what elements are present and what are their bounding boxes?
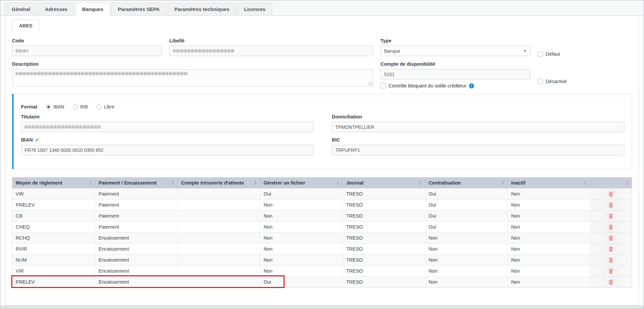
compte-input[interactable]: 5151 — [380, 69, 530, 79]
redacted-code-value — [16, 49, 28, 52]
table-cell: Oui — [425, 210, 508, 221]
column-header-label: Journal — [346, 180, 418, 186]
table-cell: Non — [508, 276, 590, 287]
description-textarea[interactable] — [12, 69, 373, 86]
format-option-rib[interactable]: RIB — [73, 104, 88, 109]
bank-tab-abes[interactable]: ABES — [12, 20, 39, 31]
delete-icon[interactable] — [609, 269, 613, 274]
desactive-checkbox[interactable] — [538, 79, 543, 84]
table-cell: Non — [260, 243, 343, 254]
column-header-inactif[interactable]: Inactif▲▼ — [508, 178, 590, 188]
libelle-input[interactable] — [169, 46, 373, 56]
table-row[interactable]: CBPaiementNonTRESOOuiNon — [12, 210, 632, 221]
column-header-label: Paiement / Encaissement — [99, 180, 170, 186]
controle-bloquant-checkbox[interactable] — [380, 83, 386, 88]
tab-licences[interactable]: Licences — [237, 3, 272, 16]
delete-cell — [590, 254, 632, 265]
bic-input[interactable]: TRPUFRP1 — [332, 145, 624, 155]
table-cell: Non — [508, 188, 590, 199]
table-cell: CHEQ — [12, 221, 95, 232]
payment-table-head: Moyen de règlement▲▼Paiement / Encaissem… — [12, 178, 632, 188]
table-cell: Non — [260, 265, 343, 276]
delete-icon[interactable] — [609, 225, 613, 230]
tab-param-tres-techniques[interactable]: Paramètres techniques — [168, 3, 236, 16]
delete-icon[interactable] — [609, 258, 613, 263]
table-row[interactable]: PRELEVPaiementNonTRESOOuiNon — [12, 199, 632, 210]
sort-icon: ▲▼ — [336, 181, 339, 185]
rib-grid: Titulaire IBAN ✔ FR76 1007 1340 0 — [21, 114, 624, 160]
delete-icon[interactable] — [609, 192, 613, 197]
radio-icon — [46, 104, 51, 109]
libelle-label: Libellé — [169, 38, 373, 43]
info-icon[interactable]: i — [469, 83, 474, 88]
format-label: Format — [21, 104, 37, 109]
delete-icon[interactable] — [609, 203, 613, 208]
radio-icon — [73, 104, 78, 109]
table-row[interactable]: RCHQEncaissementNonTRESONonNon — [12, 232, 632, 243]
column-header-label: Compte trésorerie d'attente — [181, 180, 253, 186]
description-label: Description — [12, 61, 373, 67]
titulaire-input[interactable] — [21, 122, 314, 132]
bic-label: BIC — [332, 137, 624, 142]
table-row[interactable]: CHEQPaiementNonTRESOOuiNon — [12, 221, 632, 232]
table-cell: TRESO — [343, 265, 425, 276]
table-row[interactable]: VIREncaissementNonTRESONonNon — [12, 265, 632, 276]
tab-g-n-ral[interactable]: Général — [5, 3, 37, 16]
table-cell: TRESO — [343, 199, 425, 210]
table-cell: TRESO — [343, 243, 425, 254]
page-footer-strip — [0, 305, 644, 309]
table-cell: TRESO — [343, 276, 425, 287]
redacted-description-value — [16, 72, 188, 75]
table-cell: Non — [260, 254, 343, 265]
table-cell: TRESO — [343, 210, 425, 221]
format-option-iban[interactable]: IBAN — [46, 104, 64, 109]
delete-icon[interactable] — [609, 280, 613, 285]
compte-label: Compte de disponibilité — [380, 61, 530, 67]
domiciliation-label: Domiciliation — [332, 114, 624, 119]
table-cell: Paiement — [95, 210, 178, 221]
format-option-libre[interactable]: Libre — [97, 104, 114, 109]
delete-cell — [590, 199, 632, 210]
delete-icon[interactable] — [609, 247, 613, 252]
table-row[interactable]: PRELEVEncaissementOuiTRESONonNon — [12, 276, 632, 287]
column-header-journal[interactable]: Journal▲▼ — [343, 178, 425, 188]
table-cell: Oui — [260, 276, 343, 287]
domiciliation-input[interactable]: TPMONTPELLIER — [332, 122, 624, 132]
table-row[interactable]: NUMEncaissementNonTRESONonNon — [12, 254, 632, 265]
delete-cell — [590, 188, 632, 199]
desactive-label: Désactivé — [546, 79, 567, 84]
table-cell: Oui — [425, 199, 508, 210]
type-select[interactable]: Banque ▼ — [380, 46, 530, 56]
column-header-actions[interactable]: ▲▼ — [590, 178, 632, 188]
delete-icon[interactable] — [609, 214, 613, 219]
defaut-label: Défaut — [546, 51, 560, 57]
column-header-moyen-de-r-glement[interactable]: Moyen de règlement▲▼ — [12, 178, 95, 188]
tab-banques[interactable]: Banques — [75, 3, 110, 16]
libelle-group: Libellé — [169, 38, 373, 57]
table-cell — [178, 188, 261, 199]
rib-col-right: Domiciliation TPMONTPELLIER BIC TRPUFRP1 — [332, 114, 624, 160]
column-header-centralisation[interactable]: Centralisation▲▼ — [425, 178, 508, 188]
table-row[interactable]: RVIREncaissementNonTRESONonNon — [12, 243, 632, 254]
column-header-g-n-rer-un-fichier[interactable]: Générer un fichier▲▼ — [260, 178, 343, 188]
type-group: Type Banque ▼ — [380, 38, 530, 57]
delete-icon[interactable] — [609, 236, 613, 241]
iban-input[interactable]: FR76 1007 1340 0000 0010 0350 852 — [21, 145, 314, 155]
table-cell: RVIR — [12, 243, 95, 254]
code-input[interactable] — [12, 46, 162, 56]
table-cell: TRESO — [343, 232, 425, 243]
table-cell: CB — [12, 210, 95, 221]
table-cell — [178, 221, 261, 232]
desactive-checkline: Désactivé — [538, 79, 567, 84]
tab-adresses[interactable]: Adresses — [38, 3, 74, 16]
table-row[interactable]: VIRPaiementOuiTRESOOuiNon — [12, 188, 632, 199]
defaut-checkbox[interactable] — [538, 51, 543, 57]
column-header-compte-tr-sorerie-d-attente[interactable]: Compte trésorerie d'attente▲▼ — [178, 178, 261, 188]
column-header-paiement-encaissement[interactable]: Paiement / Encaissement▲▼ — [95, 178, 178, 188]
delete-cell — [590, 243, 632, 254]
table-cell: Non — [260, 199, 343, 210]
tab-param-tres-sepa[interactable]: Paramètres SEPA — [111, 3, 167, 16]
rib-section: Format IBANRIBLibre Titulaire — [12, 94, 632, 169]
table-cell — [178, 254, 261, 265]
sort-icon: ▲▼ — [172, 181, 174, 185]
